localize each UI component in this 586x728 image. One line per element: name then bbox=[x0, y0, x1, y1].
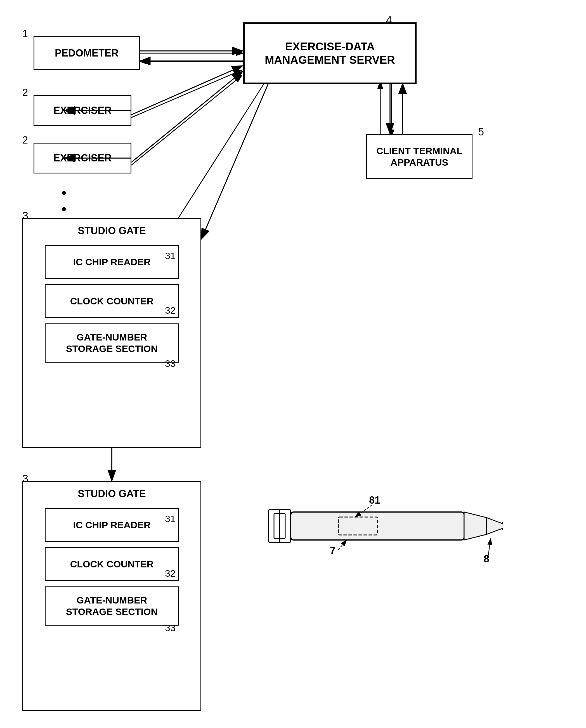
svg-line-5 bbox=[131, 76, 242, 165]
svg-text:81: 81 bbox=[369, 494, 380, 506]
label-5: 5 bbox=[478, 126, 484, 138]
clock-counter1-box: CLOCK COUNTER bbox=[45, 284, 179, 318]
ic-chip-reader2-box: IC CHIP READER bbox=[45, 508, 179, 542]
studio-gate1-title: STUDIO GATE bbox=[78, 225, 146, 237]
exerciser1-box: EXERCISER bbox=[33, 95, 131, 126]
belt-diagram: 81 7 8 bbox=[251, 476, 503, 587]
gate-storage1-box: GATE-NUMBER STORAGE SECTION bbox=[45, 323, 179, 362]
label-31a: 31 bbox=[165, 250, 176, 261]
svg-marker-21 bbox=[486, 518, 503, 534]
diagram: PEDOMETER 1 EXERCISE-DATA MANAGEMENT SER… bbox=[0, 0, 586, 728]
server-box: EXERCISE-DATA MANAGEMENT SERVER bbox=[243, 22, 417, 84]
label-2b: 2 bbox=[22, 134, 28, 146]
exerciser2-box: EXERCISER bbox=[33, 143, 131, 173]
svg-line-4 bbox=[131, 70, 242, 118]
label-33a: 33 bbox=[165, 358, 176, 369]
ic-chip-reader1-box: IC CHIP READER bbox=[45, 245, 179, 279]
label-32b: 32 bbox=[165, 568, 176, 579]
label-33b: 33 bbox=[165, 623, 176, 633]
gate-storage2-box: GATE-NUMBER STORAGE SECTION bbox=[45, 586, 179, 626]
svg-line-25 bbox=[338, 540, 347, 550]
svg-line-35 bbox=[131, 66, 243, 115]
svg-line-36 bbox=[131, 71, 243, 162]
clock-counter2-box: CLOCK COUNTER bbox=[45, 547, 179, 581]
label-3b: 3 bbox=[22, 473, 28, 485]
svg-text:7: 7 bbox=[330, 545, 336, 556]
label-2a: 2 bbox=[22, 87, 28, 99]
pedometer-box: PEDOMETER bbox=[33, 36, 140, 70]
svg-line-39 bbox=[201, 83, 268, 239]
label-32a: 32 bbox=[165, 305, 176, 316]
label-1: 1 bbox=[22, 28, 28, 40]
label-31b: 31 bbox=[165, 513, 176, 524]
svg-marker-20 bbox=[464, 512, 486, 540]
dots-bottom: • • • bbox=[61, 722, 89, 728]
studio-gate2-title: STUDIO GATE bbox=[78, 488, 146, 500]
label-3a: 3 bbox=[22, 210, 28, 222]
client-box: CLIENT TERMINAL APPARATUS bbox=[366, 134, 473, 179]
label-4: 4 bbox=[386, 14, 392, 27]
